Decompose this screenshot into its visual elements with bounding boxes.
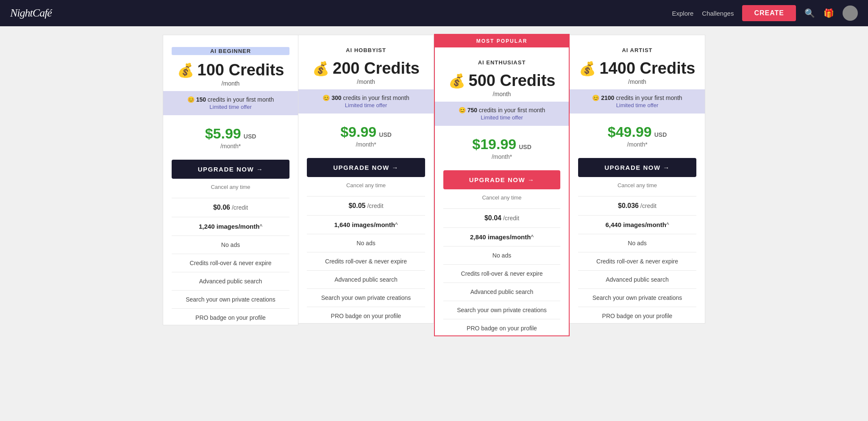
- divider: [443, 208, 560, 209]
- price-main: $5.99: [205, 125, 241, 142]
- divider: [172, 235, 289, 236]
- credit-rate-value: $0.06: [213, 204, 230, 211]
- cancel-text: Cancel any time: [211, 184, 250, 190]
- divider: [172, 198, 289, 198]
- plan-card-ai-artist: AI ARTIST 💰 1400 Credits /month 😊 2100 c…: [570, 35, 705, 324]
- money-bag-icon: 💰: [579, 61, 596, 77]
- images-month-value: 6,440 images/month: [606, 221, 666, 228]
- credit-rate-label: /credit: [640, 202, 657, 209]
- divider: [307, 196, 425, 197]
- divider: [443, 301, 560, 301]
- promo-sub: Limited time offer: [170, 104, 291, 110]
- plan-price: $19.99 USD: [443, 136, 560, 152]
- cancel-text: Cancel any time: [346, 182, 386, 188]
- feature-item-3: Search your own private creations: [570, 291, 705, 305]
- divider: [307, 270, 425, 271]
- gift-icon[interactable]: 🎁: [823, 8, 834, 18]
- feature-item-1: Credits roll-over & never expire: [570, 254, 705, 269]
- divider: [172, 308, 289, 309]
- hat-icon: ^: [666, 222, 669, 228]
- money-bag-icon: 💰: [177, 62, 194, 78]
- images-month-value: 2,840 images/month: [470, 233, 531, 241]
- create-button[interactable]: CREATE: [742, 5, 796, 21]
- challenges-link[interactable]: Challenges: [702, 10, 734, 17]
- avatar[interactable]: [843, 6, 858, 21]
- feature-item-4: PRO badge on your profile: [163, 310, 298, 325]
- promo-emoji: 😊: [459, 107, 466, 114]
- price-usd: USD: [654, 131, 667, 138]
- feature-item-1: Credits roll-over & never expire: [435, 266, 569, 281]
- promo-sub: Limited time offer: [576, 102, 698, 108]
- upgrade-button[interactable]: UPGRADE NOW →: [443, 170, 560, 189]
- price-period: /month*: [578, 141, 696, 148]
- promo-text: 😊 150 credits in your first month: [170, 96, 291, 103]
- plan-price-section: $49.99 USD /month*: [570, 114, 705, 152]
- credits-value: 500 Credits: [469, 72, 556, 90]
- credit-rate: $0.05 /credit: [298, 198, 434, 213]
- divider: [307, 307, 425, 307]
- images-month: 1,640 images/month^: [298, 217, 434, 232]
- credit-rate-label: /credit: [367, 202, 383, 209]
- price-main: $49.99: [608, 124, 652, 140]
- feature-item-1: Credits roll-over & never expire: [298, 254, 434, 269]
- price-main: $19.99: [472, 136, 516, 152]
- price-usd: USD: [244, 133, 256, 140]
- money-bag-icon: 💰: [448, 73, 465, 89]
- credits-value: 100 Credits: [198, 61, 284, 79]
- promo-banner: 😊 750 credits in your first month Limite…: [435, 102, 569, 126]
- price-period: /month*: [307, 141, 425, 148]
- feature-item-0: No ads: [298, 236, 434, 250]
- plan-name: AI ARTIST: [578, 47, 696, 53]
- hat-icon: ^: [531, 234, 534, 241]
- price-usd: USD: [519, 144, 531, 150]
- divider: [578, 252, 696, 252]
- plan-price-section: $5.99 USD /month*: [163, 115, 298, 154]
- per-month-label: /month: [172, 80, 289, 87]
- cancel-text: Cancel any time: [618, 182, 657, 188]
- per-month-label: /month: [578, 78, 696, 85]
- plan-card-ai-beginner: AI BEGINNER 💰 100 Credits /month 😊 150 c…: [163, 35, 298, 325]
- credit-rate-label: /credit: [503, 215, 519, 222]
- plan-price: $9.99 USD: [307, 124, 425, 140]
- feature-item-1: Credits roll-over & never expire: [163, 256, 298, 270]
- credit-rate: $0.036 /credit: [570, 198, 705, 213]
- plan-credits: 💰 1400 Credits: [578, 59, 696, 78]
- promo-emoji: 😊: [323, 94, 330, 101]
- images-month-value: 1,240 images/month: [199, 223, 259, 230]
- plan-card-ai-hobbyist: AI HOBBYIST 💰 200 Credits /month 😊 300 c…: [298, 35, 434, 324]
- divider: [443, 319, 560, 319]
- explore-link[interactable]: Explore: [672, 10, 693, 17]
- credits-value: 200 Credits: [333, 59, 420, 78]
- logo[interactable]: NightCafé: [10, 7, 52, 19]
- promo-text: 😊 750 credits in your first month: [442, 107, 562, 114]
- divider: [307, 234, 425, 234]
- divider: [307, 252, 425, 252]
- credits-value: 1400 Credits: [599, 59, 695, 78]
- plan-header: AI BEGINNER 💰 100 Credits /month: [163, 35, 298, 91]
- promo-banner: 😊 300 credits in your first month Limite…: [298, 89, 434, 114]
- credit-rate: $0.06 /credit: [163, 200, 298, 215]
- feature-item-0: No ads: [435, 248, 569, 263]
- divider: [578, 270, 696, 271]
- feature-item-2: Advanced public search: [435, 285, 569, 299]
- feature-item-3: Search your own private creations: [163, 292, 298, 307]
- feature-item-0: No ads: [570, 236, 705, 250]
- divider: [578, 215, 696, 216]
- plan-price-section: $19.99 USD /month*: [435, 126, 569, 164]
- promo-text: 😊 2100 credits in your first month: [576, 94, 698, 101]
- plan-name: AI HOBBYIST: [307, 47, 425, 53]
- upgrade-button[interactable]: UPGRADE NOW →: [172, 160, 289, 179]
- feature-item-3: Search your own private creations: [435, 303, 569, 317]
- search-icon[interactable]: 🔍: [804, 8, 815, 18]
- feature-item-0: No ads: [163, 238, 298, 252]
- divider: [172, 290, 289, 291]
- price-period: /month*: [443, 153, 560, 160]
- divider: [172, 217, 289, 217]
- upgrade-button[interactable]: UPGRADE NOW →: [578, 158, 696, 177]
- upgrade-button[interactable]: UPGRADE NOW →: [307, 158, 425, 177]
- plan-name: AI BEGINNER: [172, 47, 289, 55]
- credit-rate-label: /credit: [232, 204, 248, 211]
- price-usd: USD: [379, 131, 392, 138]
- plan-price: $5.99 USD: [172, 125, 289, 142]
- promo-amount: 750: [467, 107, 477, 114]
